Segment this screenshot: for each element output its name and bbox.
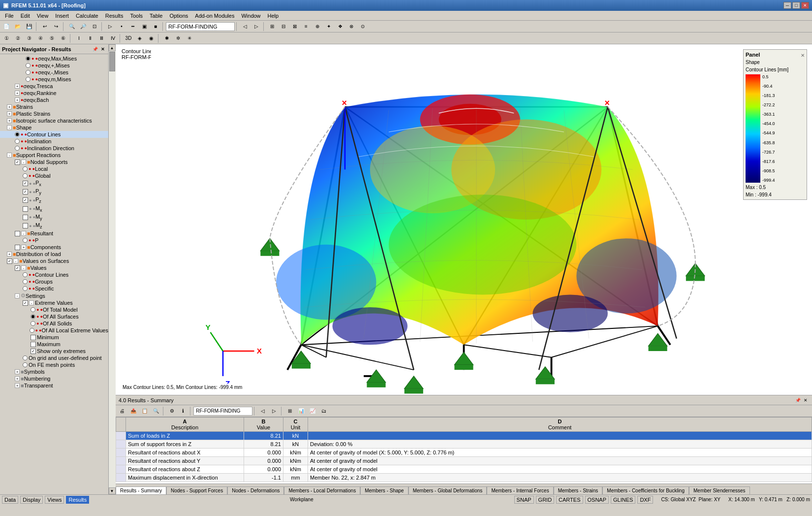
- menu-insert[interactable]: Insert: [52, 12, 72, 20]
- sidebar-close-button[interactable]: ✕: [99, 46, 106, 53]
- rb-inclination[interactable]: [15, 139, 20, 144]
- rb-local[interactable]: [23, 166, 28, 171]
- tree-item-pz[interactable]: ● ● Pz: [0, 196, 108, 204]
- close-button[interactable]: ✕: [801, 2, 809, 9]
- results-tb-info[interactable]: ℹ: [178, 406, 188, 416]
- expand-geqv-tresca[interactable]: +: [15, 84, 20, 89]
- tree-item-geqv-plusmises[interactable]: ● ● σeqv,+,Mises: [0, 62, 108, 69]
- tb-surface[interactable]: ▣: [139, 22, 150, 32]
- results-tb-btn6[interactable]: 📊: [296, 406, 307, 416]
- tree-item-of-total-model[interactable]: ● ● Of Total Model: [0, 306, 108, 313]
- tb-nav-next[interactable]: ▷: [251, 22, 262, 32]
- cb-resultant[interactable]: [15, 231, 20, 236]
- col-header-a[interactable]: ADescription: [126, 418, 244, 432]
- tree-item-settings[interactable]: - ⚙ Settings: [0, 292, 108, 299]
- tb2-btn9[interactable]: Ⅲ: [96, 33, 107, 43]
- tree-item-distribution[interactable]: + ■ Distribution of load: [0, 251, 108, 258]
- sidebar-scroll-thumb[interactable]: [109, 52, 115, 71]
- tb-btn9[interactable]: ⊙: [357, 22, 368, 32]
- menu-addon[interactable]: Add-on Modules: [192, 12, 237, 20]
- window-controls[interactable]: ─ □ ✕: [783, 2, 809, 9]
- menu-view[interactable]: View: [34, 12, 52, 20]
- tb-zoom-in[interactable]: 🔍: [66, 22, 77, 32]
- tb-btn5[interactable]: ⊕: [312, 22, 323, 32]
- expand-distribution[interactable]: +: [7, 252, 12, 257]
- nav-tab-display[interactable]: Display: [20, 496, 43, 504]
- maximize-button[interactable]: □: [792, 2, 800, 9]
- rb-specific[interactable]: [23, 286, 28, 291]
- menu-results[interactable]: Results: [102, 12, 126, 20]
- tree-item-values[interactable]: - ■ Values: [0, 264, 108, 271]
- tab-results-summary[interactable]: Results - Summary: [116, 486, 166, 494]
- tree-item-symbols[interactable]: + ■ Symbols: [0, 368, 108, 375]
- expand-values-on-surfaces[interactable]: -: [13, 258, 18, 263]
- cb-maximum[interactable]: [31, 342, 36, 347]
- status-osnap[interactable]: OSNAP: [585, 496, 609, 504]
- tree-item-on-fe-mesh[interactable]: On FE mesh points: [0, 361, 108, 368]
- tb-nav-prev[interactable]: ◁: [240, 22, 250, 32]
- expand-numbering[interactable]: +: [15, 376, 20, 381]
- expand-strains[interactable]: +: [7, 104, 12, 109]
- expand-geqv-rankine[interactable]: +: [15, 91, 20, 96]
- status-dxf[interactable]: DXF: [637, 496, 653, 504]
- results-tb-copy[interactable]: 📋: [139, 406, 150, 416]
- tb2-render1[interactable]: ◈: [134, 33, 145, 43]
- rb-of-all-local[interactable]: [30, 328, 34, 333]
- tb-btn6[interactable]: ✦: [323, 22, 334, 32]
- tree-item-local[interactable]: ● ● Local: [0, 165, 108, 172]
- tree-item-show-only-extremes[interactable]: Show only extremes: [0, 348, 108, 355]
- rb-global[interactable]: [23, 173, 28, 178]
- expand-support-reactions[interactable]: -: [7, 153, 12, 158]
- tb2-btn3[interactable]: ③: [24, 33, 34, 43]
- tb-open[interactable]: 📂: [12, 22, 23, 32]
- tb2-btn1[interactable]: ①: [1, 33, 12, 43]
- tab-members-global-deformations[interactable]: Members - Global Deformations: [408, 486, 487, 494]
- menu-table[interactable]: Table: [147, 12, 165, 20]
- tree-item-minimum[interactable]: Minimum: [0, 334, 108, 341]
- rb-geqv-mmises[interactable]: [26, 77, 31, 82]
- expand-isotropic[interactable]: +: [7, 118, 12, 123]
- tree-item-numbering[interactable]: + ■ Numbering: [0, 375, 108, 382]
- rb-contour-lines2[interactable]: [23, 272, 28, 277]
- tb-btn1[interactable]: ⊞: [267, 22, 278, 32]
- tab-members-strains[interactable]: Members - Strains: [554, 486, 603, 494]
- tree-item-plastic-strains[interactable]: + ■ Plastic Strains: [0, 110, 108, 117]
- tb-member[interactable]: ━: [127, 22, 138, 32]
- tb-zoom-fit[interactable]: ⊡: [89, 22, 100, 32]
- nav-tab-views[interactable]: Views: [45, 496, 64, 504]
- tab-member-slendernesses[interactable]: Member Slendernesses: [689, 486, 750, 494]
- tree-item-maximum[interactable]: Maximum: [0, 341, 108, 348]
- tb2-btn10[interactable]: Ⅳ: [107, 33, 118, 43]
- rb-contour-lines[interactable]: [15, 132, 20, 137]
- tb-btn4[interactable]: ≡: [301, 22, 312, 32]
- nav-tab-results[interactable]: Results: [66, 496, 89, 504]
- menu-calculate[interactable]: Calculate: [73, 12, 101, 20]
- menu-window[interactable]: Window: [238, 12, 263, 20]
- tree-item-geqv-rankine[interactable]: + ● σeqv,Rankine: [0, 90, 108, 97]
- status-glines[interactable]: GLINES: [611, 496, 635, 504]
- cb-values-on-surfaces[interactable]: [7, 258, 12, 264]
- sidebar-scrollbar[interactable]: ▲ ▼: [108, 44, 115, 494]
- tree-item-of-all-solids[interactable]: ● ● Of All Solids: [0, 320, 108, 327]
- tab-members-local-deformations[interactable]: Members - Local Deformations: [284, 486, 360, 494]
- tree-item-geqv-bach[interactable]: + ● σeqv,Bach: [0, 97, 108, 103]
- expand-components[interactable]: +: [21, 245, 26, 250]
- rb-groups[interactable]: [23, 279, 28, 284]
- tree-item-p[interactable]: ● ● P: [0, 237, 108, 244]
- cb-py[interactable]: [23, 189, 28, 194]
- col-header-b[interactable]: BValue: [244, 418, 283, 432]
- tb-new[interactable]: 📄: [1, 22, 12, 32]
- tb-select[interactable]: ▷: [105, 22, 116, 32]
- menu-tools[interactable]: Tools: [127, 12, 146, 20]
- tb-node[interactable]: •: [116, 22, 127, 32]
- tree-item-transparent[interactable]: + ■ Transparent: [0, 382, 108, 389]
- rb-inclination-direction[interactable]: [15, 146, 20, 151]
- expand-settings[interactable]: -: [15, 293, 20, 298]
- tree-item-extreme-values[interactable]: - Extreme Values: [0, 299, 108, 306]
- tree-item-resultant[interactable]: - ■ Resultant: [0, 230, 108, 237]
- tb2-xray2[interactable]: ✲: [173, 33, 184, 43]
- tb-btn3[interactable]: ⊠: [289, 22, 300, 32]
- results-pin-button[interactable]: 📌: [794, 397, 801, 404]
- tree-item-contour-lines[interactable]: ● ● Contour Lines: [0, 131, 108, 138]
- minimize-button[interactable]: ─: [783, 2, 791, 9]
